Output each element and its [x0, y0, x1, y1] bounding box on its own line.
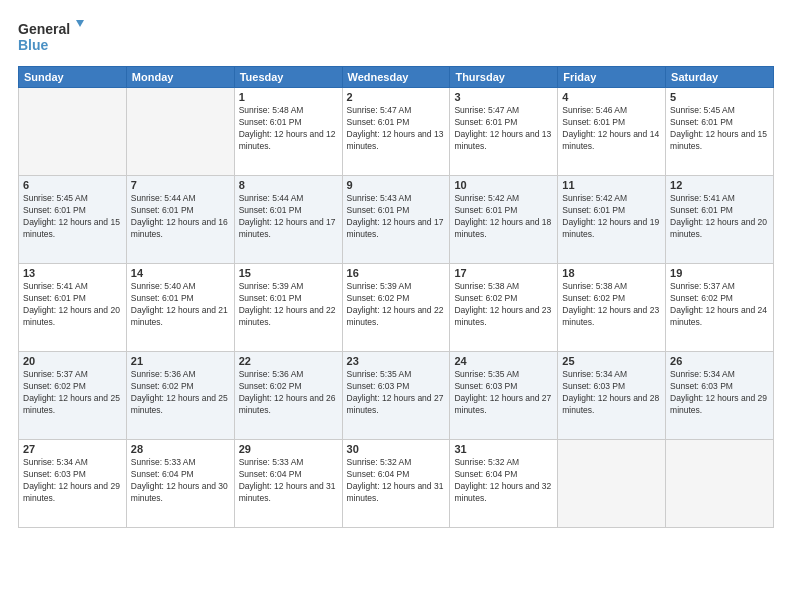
calendar-cell: 2Sunrise: 5:47 AMSunset: 6:01 PMDaylight…	[342, 88, 450, 176]
day-info: Sunrise: 5:34 AMSunset: 6:03 PMDaylight:…	[670, 369, 769, 417]
day-number: 23	[347, 355, 446, 367]
calendar-week-row: 1Sunrise: 5:48 AMSunset: 6:01 PMDaylight…	[19, 88, 774, 176]
calendar-cell: 9Sunrise: 5:43 AMSunset: 6:01 PMDaylight…	[342, 176, 450, 264]
day-info: Sunrise: 5:41 AMSunset: 6:01 PMDaylight:…	[670, 193, 769, 241]
day-number: 5	[670, 91, 769, 103]
day-info: Sunrise: 5:45 AMSunset: 6:01 PMDaylight:…	[23, 193, 122, 241]
calendar-cell: 8Sunrise: 5:44 AMSunset: 6:01 PMDaylight…	[234, 176, 342, 264]
day-number: 24	[454, 355, 553, 367]
day-number: 21	[131, 355, 230, 367]
day-number: 12	[670, 179, 769, 191]
day-number: 15	[239, 267, 338, 279]
page: General Blue SundayMondayTuesdayWednesda…	[0, 0, 792, 612]
day-info: Sunrise: 5:42 AMSunset: 6:01 PMDaylight:…	[454, 193, 553, 241]
day-info: Sunrise: 5:39 AMSunset: 6:02 PMDaylight:…	[347, 281, 446, 329]
day-info: Sunrise: 5:47 AMSunset: 6:01 PMDaylight:…	[347, 105, 446, 153]
day-info: Sunrise: 5:37 AMSunset: 6:02 PMDaylight:…	[670, 281, 769, 329]
day-number: 19	[670, 267, 769, 279]
calendar-cell: 4Sunrise: 5:46 AMSunset: 6:01 PMDaylight…	[558, 88, 666, 176]
day-number: 3	[454, 91, 553, 103]
day-info: Sunrise: 5:34 AMSunset: 6:03 PMDaylight:…	[23, 457, 122, 505]
day-info: Sunrise: 5:37 AMSunset: 6:02 PMDaylight:…	[23, 369, 122, 417]
day-number: 7	[131, 179, 230, 191]
day-number: 31	[454, 443, 553, 455]
day-number: 20	[23, 355, 122, 367]
day-info: Sunrise: 5:33 AMSunset: 6:04 PMDaylight:…	[131, 457, 230, 505]
day-number: 14	[131, 267, 230, 279]
day-info: Sunrise: 5:44 AMSunset: 6:01 PMDaylight:…	[131, 193, 230, 241]
day-number: 22	[239, 355, 338, 367]
day-info: Sunrise: 5:48 AMSunset: 6:01 PMDaylight:…	[239, 105, 338, 153]
day-number: 27	[23, 443, 122, 455]
calendar-cell: 26Sunrise: 5:34 AMSunset: 6:03 PMDayligh…	[666, 352, 774, 440]
day-info: Sunrise: 5:38 AMSunset: 6:02 PMDaylight:…	[454, 281, 553, 329]
weekday-header: Friday	[558, 67, 666, 88]
calendar-cell: 21Sunrise: 5:36 AMSunset: 6:02 PMDayligh…	[126, 352, 234, 440]
weekday-header: Tuesday	[234, 67, 342, 88]
calendar-cell: 3Sunrise: 5:47 AMSunset: 6:01 PMDaylight…	[450, 88, 558, 176]
day-number: 2	[347, 91, 446, 103]
calendar-cell: 1Sunrise: 5:48 AMSunset: 6:01 PMDaylight…	[234, 88, 342, 176]
day-number: 11	[562, 179, 661, 191]
day-number: 9	[347, 179, 446, 191]
day-info: Sunrise: 5:42 AMSunset: 6:01 PMDaylight:…	[562, 193, 661, 241]
day-info: Sunrise: 5:40 AMSunset: 6:01 PMDaylight:…	[131, 281, 230, 329]
day-number: 8	[239, 179, 338, 191]
day-info: Sunrise: 5:34 AMSunset: 6:03 PMDaylight:…	[562, 369, 661, 417]
day-number: 16	[347, 267, 446, 279]
day-number: 1	[239, 91, 338, 103]
day-info: Sunrise: 5:35 AMSunset: 6:03 PMDaylight:…	[454, 369, 553, 417]
calendar-week-row: 13Sunrise: 5:41 AMSunset: 6:01 PMDayligh…	[19, 264, 774, 352]
calendar-cell	[666, 440, 774, 528]
calendar-cell	[558, 440, 666, 528]
day-number: 18	[562, 267, 661, 279]
weekday-header: Thursday	[450, 67, 558, 88]
calendar-cell: 27Sunrise: 5:34 AMSunset: 6:03 PMDayligh…	[19, 440, 127, 528]
calendar-cell: 17Sunrise: 5:38 AMSunset: 6:02 PMDayligh…	[450, 264, 558, 352]
day-info: Sunrise: 5:32 AMSunset: 6:04 PMDaylight:…	[347, 457, 446, 505]
calendar-cell	[19, 88, 127, 176]
calendar-cell	[126, 88, 234, 176]
day-number: 13	[23, 267, 122, 279]
header: General Blue	[18, 18, 774, 56]
calendar-cell: 23Sunrise: 5:35 AMSunset: 6:03 PMDayligh…	[342, 352, 450, 440]
svg-marker-2	[76, 20, 84, 27]
day-info: Sunrise: 5:36 AMSunset: 6:02 PMDaylight:…	[239, 369, 338, 417]
weekday-header: Wednesday	[342, 67, 450, 88]
calendar-cell: 25Sunrise: 5:34 AMSunset: 6:03 PMDayligh…	[558, 352, 666, 440]
calendar-cell: 11Sunrise: 5:42 AMSunset: 6:01 PMDayligh…	[558, 176, 666, 264]
day-info: Sunrise: 5:45 AMSunset: 6:01 PMDaylight:…	[670, 105, 769, 153]
calendar-week-row: 6Sunrise: 5:45 AMSunset: 6:01 PMDaylight…	[19, 176, 774, 264]
svg-text:Blue: Blue	[18, 37, 49, 53]
calendar-cell: 10Sunrise: 5:42 AMSunset: 6:01 PMDayligh…	[450, 176, 558, 264]
weekday-header-row: SundayMondayTuesdayWednesdayThursdayFrid…	[19, 67, 774, 88]
calendar-cell: 16Sunrise: 5:39 AMSunset: 6:02 PMDayligh…	[342, 264, 450, 352]
day-number: 26	[670, 355, 769, 367]
day-number: 6	[23, 179, 122, 191]
day-info: Sunrise: 5:46 AMSunset: 6:01 PMDaylight:…	[562, 105, 661, 153]
day-info: Sunrise: 5:33 AMSunset: 6:04 PMDaylight:…	[239, 457, 338, 505]
weekday-header: Monday	[126, 67, 234, 88]
calendar-cell: 24Sunrise: 5:35 AMSunset: 6:03 PMDayligh…	[450, 352, 558, 440]
logo-svg: General Blue	[18, 18, 88, 56]
calendar-cell: 18Sunrise: 5:38 AMSunset: 6:02 PMDayligh…	[558, 264, 666, 352]
calendar-cell: 30Sunrise: 5:32 AMSunset: 6:04 PMDayligh…	[342, 440, 450, 528]
calendar-table: SundayMondayTuesdayWednesdayThursdayFrid…	[18, 66, 774, 528]
calendar-cell: 12Sunrise: 5:41 AMSunset: 6:01 PMDayligh…	[666, 176, 774, 264]
weekday-header: Sunday	[19, 67, 127, 88]
day-number: 4	[562, 91, 661, 103]
calendar-cell: 28Sunrise: 5:33 AMSunset: 6:04 PMDayligh…	[126, 440, 234, 528]
day-info: Sunrise: 5:39 AMSunset: 6:01 PMDaylight:…	[239, 281, 338, 329]
calendar-cell: 6Sunrise: 5:45 AMSunset: 6:01 PMDaylight…	[19, 176, 127, 264]
day-info: Sunrise: 5:44 AMSunset: 6:01 PMDaylight:…	[239, 193, 338, 241]
calendar-cell: 14Sunrise: 5:40 AMSunset: 6:01 PMDayligh…	[126, 264, 234, 352]
calendar-cell: 20Sunrise: 5:37 AMSunset: 6:02 PMDayligh…	[19, 352, 127, 440]
svg-text:General: General	[18, 21, 70, 37]
day-number: 29	[239, 443, 338, 455]
weekday-header: Saturday	[666, 67, 774, 88]
logo: General Blue	[18, 18, 88, 56]
day-number: 28	[131, 443, 230, 455]
day-number: 17	[454, 267, 553, 279]
calendar-cell: 19Sunrise: 5:37 AMSunset: 6:02 PMDayligh…	[666, 264, 774, 352]
day-info: Sunrise: 5:32 AMSunset: 6:04 PMDaylight:…	[454, 457, 553, 505]
